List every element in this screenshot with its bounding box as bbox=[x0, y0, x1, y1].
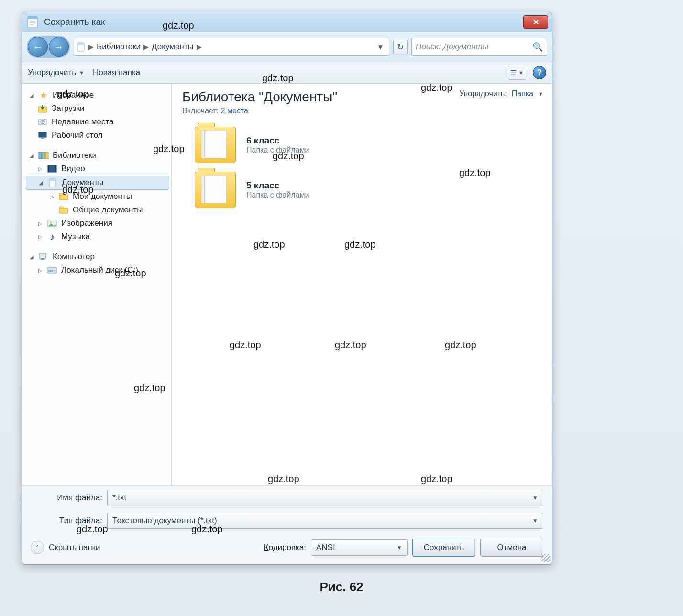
search-input[interactable]: Поиск: Документы 🔍 bbox=[411, 38, 547, 56]
libraries-icon bbox=[38, 151, 49, 160]
sidebar-item-label: Рабочий стол bbox=[52, 131, 103, 140]
collapse-icon: ▷ bbox=[49, 194, 55, 200]
sidebar-item-recent[interactable]: Недавние места bbox=[26, 115, 169, 129]
address-dropdown[interactable]: ▾ bbox=[375, 42, 386, 52]
navigation-pane[interactable]: ◢ ★ Избранное Загрузки Недавние места bbox=[22, 84, 172, 485]
crumb-libraries[interactable]: Библиотеки bbox=[97, 42, 141, 52]
hide-folders-toggle[interactable]: ˄ Скрыть папки bbox=[31, 541, 100, 554]
back-button[interactable]: ← bbox=[28, 37, 48, 57]
sidebar-item-label: Недавние места bbox=[52, 117, 114, 127]
filetype-select[interactable]: Текстовые документы (*.txt) ▼ bbox=[107, 513, 543, 529]
sidebar-item-music[interactable]: ▷ ♪ Музыка bbox=[26, 230, 169, 243]
libraries-header[interactable]: ◢ Библиотеки bbox=[26, 149, 169, 162]
music-icon: ♪ bbox=[47, 232, 57, 242]
library-header: Библиотека "Документы" Включает: 2 места… bbox=[182, 89, 543, 115]
save-button[interactable]: Сохранить bbox=[412, 539, 475, 557]
encoding-label: Кодировка: bbox=[264, 543, 306, 552]
encoding-value: ANSI bbox=[316, 543, 335, 552]
svg-rect-30 bbox=[48, 270, 53, 272]
favorites-group: ◢ ★ Избранное Загрузки Недавние места bbox=[26, 88, 169, 142]
breadcrumb[interactable]: ▶ Библиотеки ▶ Документы ▶ bbox=[88, 42, 202, 52]
chevron-right-icon: ▶ bbox=[197, 43, 202, 51]
dialog-footer: ˄ Скрыть папки Кодировка: ANSI ▼ Сохрани… bbox=[22, 536, 552, 564]
sidebar-item-pictures[interactable]: ▷ Изображения bbox=[26, 217, 169, 230]
arrange-by[interactable]: Упорядочить: Папка ▼ bbox=[459, 89, 543, 98]
resize-grip[interactable] bbox=[541, 554, 550, 562]
address-bar[interactable]: ▶ Библиотеки ▶ Документы ▶ ▾ bbox=[74, 38, 389, 56]
content-pane[interactable]: Библиотека "Документы" Включает: 2 места… bbox=[172, 84, 552, 485]
sidebar-item-label: Загрузки bbox=[52, 104, 84, 113]
computer-header[interactable]: ◢ Компьютер bbox=[26, 250, 169, 264]
arrange-value[interactable]: Папка bbox=[512, 89, 533, 98]
svg-rect-13 bbox=[42, 152, 45, 159]
organize-menu[interactable]: Упорядочить ▼ bbox=[28, 68, 84, 77]
computer-label: Компьютер bbox=[53, 252, 95, 262]
arrange-label: Упорядочить: bbox=[459, 89, 507, 98]
svg-rect-14 bbox=[45, 152, 48, 159]
libraries-group: ◢ Библиотеки ▷ Видео ◢ bbox=[26, 149, 169, 243]
favorites-header[interactable]: ◢ ★ Избранное bbox=[26, 88, 169, 102]
filename-value: *.txt bbox=[112, 493, 126, 503]
forward-button[interactable]: → bbox=[49, 37, 69, 57]
folder-item[interactable]: 6 класс Папка с файлами bbox=[195, 127, 543, 163]
svg-rect-26 bbox=[39, 253, 46, 258]
chevron-down-icon: ▼ bbox=[532, 517, 538, 524]
save-form: Имя файла: *.txt ▼ Тип файла: Текстовые … bbox=[22, 485, 552, 536]
expand-icon: ◢ bbox=[29, 254, 34, 260]
arrow-right-icon: → bbox=[54, 42, 64, 53]
sidebar-item-desktop[interactable]: Рабочий стол bbox=[26, 129, 169, 142]
cancel-label: Отмена bbox=[497, 543, 527, 552]
close-icon: ✕ bbox=[533, 18, 539, 27]
svg-rect-11 bbox=[41, 137, 44, 139]
figure-caption: Рис. 62 bbox=[0, 580, 683, 594]
sidebar-item-public-documents[interactable]: Общие документы bbox=[26, 203, 169, 217]
filename-label: Имя файла: bbox=[31, 493, 102, 503]
svg-rect-12 bbox=[39, 152, 42, 159]
includes-link[interactable]: 2 места bbox=[221, 107, 248, 115]
libraries-label: Библиотеки bbox=[53, 151, 97, 160]
refresh-button[interactable]: ↻ bbox=[393, 40, 408, 54]
sidebar-item-video[interactable]: ▷ Видео bbox=[26, 162, 169, 176]
sidebar-item-downloads[interactable]: Загрузки bbox=[26, 102, 169, 115]
new-folder-button[interactable]: Новая папка bbox=[93, 68, 140, 77]
svg-rect-22 bbox=[59, 208, 68, 213]
sidebar-item-local-disk-c[interactable]: ▷ Локальный диск (C:) bbox=[26, 264, 169, 277]
folder-icon bbox=[58, 192, 69, 201]
hide-folders-label: Скрыть папки bbox=[49, 543, 100, 552]
cancel-button[interactable]: Отмена bbox=[480, 539, 543, 557]
sidebar-item-label: Локальный диск (C:) bbox=[61, 265, 138, 275]
close-button[interactable]: ✕ bbox=[523, 15, 548, 29]
encoding-select[interactable]: ANSI ▼ bbox=[311, 539, 408, 556]
sidebar-item-documents[interactable]: ◢ Документы bbox=[26, 176, 169, 190]
folder-item[interactable]: 5 класс Папка с файлами bbox=[195, 172, 543, 208]
collapse-icon: ▷ bbox=[37, 267, 43, 274]
collapse-icon: ▷ bbox=[37, 220, 43, 227]
chevron-right-icon: ▶ bbox=[143, 43, 149, 51]
sidebar-item-my-documents[interactable]: ▷ Мои документы bbox=[26, 190, 169, 203]
includes-label: Включает: bbox=[182, 107, 219, 115]
svg-rect-27 bbox=[41, 258, 44, 259]
svg-rect-10 bbox=[39, 132, 46, 137]
sidebar-item-label: Общие документы bbox=[73, 205, 143, 215]
documents-icon bbox=[47, 178, 58, 187]
sidebar-item-label: Изображения bbox=[61, 219, 112, 228]
toolbar: Упорядочить ▼ Новая папка ☰▼ ? bbox=[22, 62, 552, 84]
folder-name: 5 класс bbox=[246, 180, 309, 191]
collapse-icon: ▷ bbox=[37, 234, 43, 240]
svg-point-31 bbox=[55, 270, 56, 272]
svg-rect-16 bbox=[48, 165, 49, 172]
svg-rect-20 bbox=[59, 195, 68, 200]
chevron-right-icon: ▶ bbox=[88, 43, 94, 51]
search-icon: 🔍 bbox=[532, 42, 543, 52]
chevron-down-icon: ▼ bbox=[397, 544, 402, 551]
filetype-row: Тип файла: Текстовые документы (*.txt) ▼ bbox=[31, 513, 543, 529]
video-icon bbox=[47, 164, 57, 174]
favorites-label: Избранное bbox=[53, 90, 94, 100]
filename-input[interactable]: *.txt ▼ bbox=[107, 490, 543, 506]
window-title: Сохранить как bbox=[44, 17, 105, 27]
folder-name: 6 класс bbox=[246, 135, 309, 146]
help-button[interactable]: ? bbox=[533, 66, 546, 79]
crumb-documents[interactable]: Документы bbox=[152, 42, 194, 52]
filename-row: Имя файла: *.txt ▼ bbox=[31, 490, 543, 506]
view-options-button[interactable]: ☰▼ bbox=[508, 66, 526, 80]
